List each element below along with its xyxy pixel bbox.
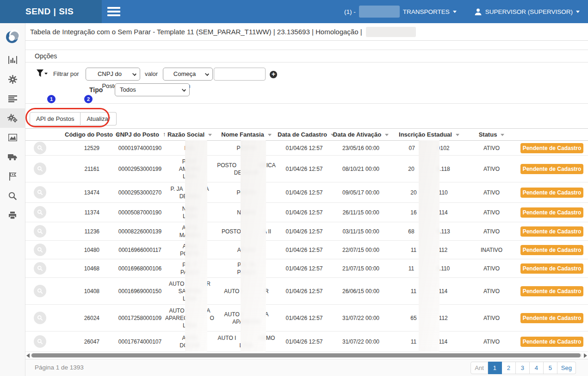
- filter-funnel-icon[interactable]: [37, 69, 48, 80]
- column-header-cnpj-do-posto[interactable]: CNPJ do Posto↑: [116, 129, 164, 141]
- filter-value-input[interactable]: [214, 68, 266, 81]
- cell-cnpj-do-posto: 00016969000150: [116, 278, 164, 305]
- column-label: Nome Fantasia: [221, 132, 264, 138]
- scrollbar-thumb[interactable]: [31, 353, 581, 357]
- status-badge[interactable]: Pendente de Cadastro: [520, 337, 583, 347]
- sidebar-item-gears-icon[interactable]: [0, 108, 25, 128]
- sidebar-item-flag-icon[interactable]: [0, 167, 25, 186]
- footer: Página 1 de 1393 Ant12345Seg: [25, 359, 588, 376]
- row-search-button[interactable]: [34, 186, 46, 199]
- sidebar-item-area-chart-icon[interactable]: [0, 128, 25, 147]
- api-de-postos-button[interactable]: API de Postos: [30, 112, 80, 125]
- cell-badge: Pendente de Cadastro: [516, 182, 588, 203]
- row-search-button[interactable]: [34, 262, 46, 275]
- row-search-button[interactable]: [34, 142, 46, 154]
- sidebar-item-printer-icon[interactable]: [0, 206, 25, 225]
- cell-badge: Pendente de Cadastro: [516, 278, 588, 305]
- column-header-raz-o-social[interactable]: Razão Social: [164, 129, 215, 141]
- cell-data-de-ativacao: 09/05/17 00:00: [331, 182, 391, 203]
- sort-caret-icon[interactable]: [385, 134, 389, 136]
- sidebar-item-list-menu-icon[interactable]: [0, 89, 25, 108]
- column-header-data-de-cadastro[interactable]: Data de Cadastro: [278, 129, 331, 141]
- atualizar-button[interactable]: Atualizar: [80, 112, 117, 125]
- page-button-3[interactable]: 3: [516, 362, 530, 374]
- status-badge[interactable]: Pendente de Cadastro: [520, 207, 583, 218]
- cell-codigo-do-posto: 13474: [65, 182, 116, 203]
- column-header-status[interactable]: Status: [467, 129, 516, 141]
- horizontal-scrollbar[interactable]: [25, 353, 588, 358]
- page-button-seg[interactable]: Seg: [557, 362, 576, 374]
- sort-caret-icon[interactable]: [456, 134, 459, 136]
- row-search-button[interactable]: [34, 285, 46, 297]
- sidebar: [0, 23, 25, 376]
- cell-badge: Pendente de Cadastro: [516, 222, 588, 241]
- company-menu[interactable]: (1) - TRANSPORTES: [344, 6, 457, 18]
- row-search-button[interactable]: [34, 312, 46, 324]
- sort-caret-icon[interactable]: [501, 134, 504, 136]
- filter-field-select[interactable]: CNPJ do Posto: [86, 68, 140, 81]
- cell-data-de-cadastro: 01/04/26 12:57: [278, 156, 331, 182]
- options-panel-title: Opções: [25, 50, 588, 63]
- tipo-select[interactable]: Todos: [115, 83, 190, 96]
- cell-text: 07: [409, 145, 415, 151]
- status-badge[interactable]: Pendente de Cadastro: [520, 143, 583, 153]
- status-badge[interactable]: Pendente de Cadastro: [520, 263, 583, 274]
- status-badge[interactable]: Pendente de Cadastro: [520, 164, 583, 174]
- redacted-title-segment: [366, 27, 416, 37]
- cell-data-de-cadastro: 01/04/26 12:57: [278, 241, 331, 259]
- row-search-button[interactable]: [34, 206, 46, 219]
- cell-data-de-ativacao: 22/07/15 00:00: [331, 241, 391, 259]
- page-button-ant[interactable]: Ant: [470, 362, 488, 374]
- cell-badge: Pendente de Cadastro: [516, 156, 588, 182]
- status-badge[interactable]: Pendente de Cadastro: [520, 188, 583, 198]
- user-menu[interactable]: SUPERVISOR (SUPERVISOR): [474, 8, 580, 16]
- table-row: 1347400002953000270P. JAADE BAUPOSTO01/0…: [25, 182, 588, 203]
- page-button-5[interactable]: 5: [544, 362, 557, 374]
- column-header-c-digo-do-posto[interactable]: Código do Posto: [65, 129, 116, 141]
- page-button-1[interactable]: 1: [488, 362, 502, 374]
- cell-data-de-ativacao: 08/10/21 00:00: [331, 156, 391, 182]
- row-search-button[interactable]: [34, 163, 46, 175]
- sort-caret-icon[interactable]: [208, 134, 212, 136]
- status-badge[interactable]: Pendente de Cadastro: [520, 245, 583, 255]
- sidebar-item-bar-chart-icon[interactable]: [0, 50, 25, 69]
- sidebar-item-gear-icon[interactable]: [0, 69, 25, 89]
- cell-text: 20: [408, 166, 414, 172]
- scroll-right-icon[interactable]: [584, 353, 587, 358]
- cell-codigo-do-posto: 12529: [65, 141, 116, 156]
- filter-operator-select[interactable]: Começa com: [163, 68, 213, 81]
- valor-label: valor: [145, 68, 158, 81]
- page-button-2[interactable]: 2: [502, 362, 516, 374]
- chevron-down-icon: [132, 72, 136, 76]
- column-header-nome-fantasia[interactable]: Nome Fantasia: [215, 129, 278, 141]
- menu-toggle-icon[interactable]: [107, 7, 120, 16]
- row-search-button[interactable]: [34, 244, 46, 256]
- postos-table-wrap: Código do PostoCNPJ do Posto↑Razão Socia…: [25, 128, 588, 352]
- cell-actions: [25, 259, 65, 278]
- status-badge[interactable]: Pendente de Cadastro: [520, 226, 583, 237]
- row-search-button[interactable]: [34, 225, 46, 238]
- cell-text: AUTO I: [224, 288, 242, 295]
- status-badge[interactable]: Pendente de Cadastro: [520, 313, 583, 323]
- column-header-inscri-o-estadual[interactable]: Inscrição Estadual: [391, 129, 467, 141]
- column-header-data-de-ativa-o[interactable]: Data de Ativação: [331, 129, 391, 141]
- cell-cnpj-do-posto: 00008226000139: [116, 222, 164, 241]
- add-filter-icon[interactable]: +: [270, 71, 277, 78]
- page-button-4[interactable]: 4: [530, 362, 544, 374]
- sort-caret-icon[interactable]: [268, 134, 272, 136]
- cell-actions: [25, 203, 65, 222]
- sort-asc-icon[interactable]: ↑: [163, 131, 166, 138]
- app-logo[interactable]: [0, 23, 25, 50]
- cell-codigo-do-posto: 11236: [65, 222, 116, 241]
- cell-text: 65: [410, 315, 416, 321]
- cell-data-de-cadastro: 01/04/26 12:57: [278, 305, 331, 332]
- scroll-left-icon[interactable]: [26, 353, 30, 358]
- row-search-button[interactable]: [34, 335, 46, 348]
- status-badge[interactable]: Pendente de Cadastro: [520, 286, 583, 296]
- sidebar-item-truck-icon[interactable]: [0, 147, 25, 167]
- cell-actions: [25, 182, 65, 203]
- cell-data-de-cadastro: 01/04/26 12:57: [278, 332, 331, 352]
- redacted-column-nome-fantasia: [241, 140, 266, 352]
- search-icon: [37, 247, 43, 253]
- sidebar-item-search-icon[interactable]: [0, 186, 25, 206]
